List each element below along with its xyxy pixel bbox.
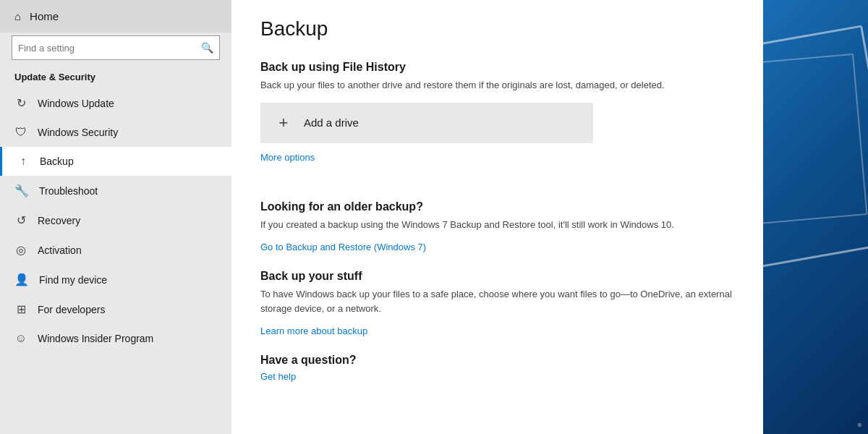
desktop-background: ⊕ [763, 0, 868, 434]
more-options-link[interactable]: More options [260, 152, 315, 163]
search-input[interactable] [18, 43, 197, 54]
add-drive-button[interactable]: + Add a drive [260, 103, 593, 143]
recovery-icon: ↺ [14, 213, 27, 227]
search-box[interactable]: 🔍 [12, 35, 220, 60]
backup-stuff-section: Back up your stuff To have Windows back … [260, 270, 734, 336]
file-history-title: Back up using File History [260, 61, 734, 74]
sidebar-item-label: Backup [40, 156, 74, 167]
main-content: Backup Back up using File History Back u… [231, 0, 763, 434]
sidebar-item-troubleshoot[interactable]: 🔧 Troubleshoot [0, 176, 231, 205]
home-icon: ⌂ [14, 10, 21, 22]
insider-icon: ☺ [14, 332, 27, 345]
sidebar-item-windows-update[interactable]: ↻ Windows Update [0, 88, 231, 118]
sidebar-item-label: For developers [38, 304, 105, 315]
backup-icon: ↑ [17, 155, 30, 168]
troubleshoot-icon: 🔧 [14, 184, 29, 197]
sidebar-item-backup[interactable]: ↑ Backup [0, 147, 231, 176]
older-backup-desc: If you created a backup using the Window… [260, 218, 734, 232]
sidebar-section-title: Update & Security [0, 69, 231, 88]
sidebar-item-recovery[interactable]: ↺ Recovery [0, 205, 231, 235]
sidebar-item-label: Find my device [39, 274, 107, 286]
question-section: Have a question? Get help [260, 354, 734, 382]
activation-icon: ◎ [14, 243, 27, 257]
learn-more-link[interactable]: Learn more about backup [260, 326, 734, 336]
sidebar-item-windows-insider[interactable]: ☺ Windows Insider Program [0, 324, 231, 353]
sidebar-home-button[interactable]: ⌂ Home [0, 0, 231, 33]
sidebar-item-for-developers[interactable]: ⊞ For developers [0, 294, 231, 324]
sidebar-item-label: Recovery [38, 215, 80, 226]
sidebar-item-label: Activation [38, 244, 82, 256]
search-icon: 🔍 [201, 42, 213, 54]
plus-icon: + [272, 111, 295, 135]
sidebar-item-label: Windows Insider Program [38, 333, 153, 344]
backup-stuff-title: Back up your stuff [260, 270, 734, 283]
sidebar-item-activation[interactable]: ◎ Activation [0, 235, 231, 265]
file-history-desc: Back up your files to another drive and … [260, 78, 734, 93]
sidebar-item-label: Windows Update [38, 98, 114, 109]
shield-icon: 🛡 [14, 126, 27, 139]
get-help-link[interactable]: Get help [260, 371, 734, 382]
backup-restore-link[interactable]: Go to Backup and Restore (Windows 7) [260, 242, 734, 252]
update-icon: ↻ [14, 96, 27, 110]
page-title: Backup [260, 17, 734, 41]
older-backup-section: Looking for an older backup? If you crea… [260, 200, 734, 253]
question-title: Have a question? [260, 354, 734, 367]
home-label: Home [30, 10, 59, 22]
watermark: ⊕ [857, 422, 862, 428]
file-history-section: Back up using File History Back up your … [260, 61, 734, 183]
add-drive-label: Add a drive [304, 116, 359, 129]
sidebar-item-label: Troubleshoot [39, 185, 98, 197]
sidebar-item-windows-security[interactable]: 🛡 Windows Security [0, 118, 231, 147]
sidebar: ⌂ Home 🔍 Update & Security ↻ Windows Upd… [0, 0, 231, 434]
sidebar-items-list: ↻ Windows Update 🛡 Windows Security ↑ Ba… [0, 88, 231, 434]
older-backup-title: Looking for an older backup? [260, 200, 734, 213]
developers-icon: ⊞ [14, 302, 27, 316]
backup-stuff-desc: To have Windows back up your files to a … [260, 287, 734, 315]
find-device-icon: 👤 [14, 273, 29, 286]
sidebar-item-label: Windows Security [38, 127, 118, 138]
sidebar-item-find-my-device[interactable]: 👤 Find my device [0, 265, 231, 294]
